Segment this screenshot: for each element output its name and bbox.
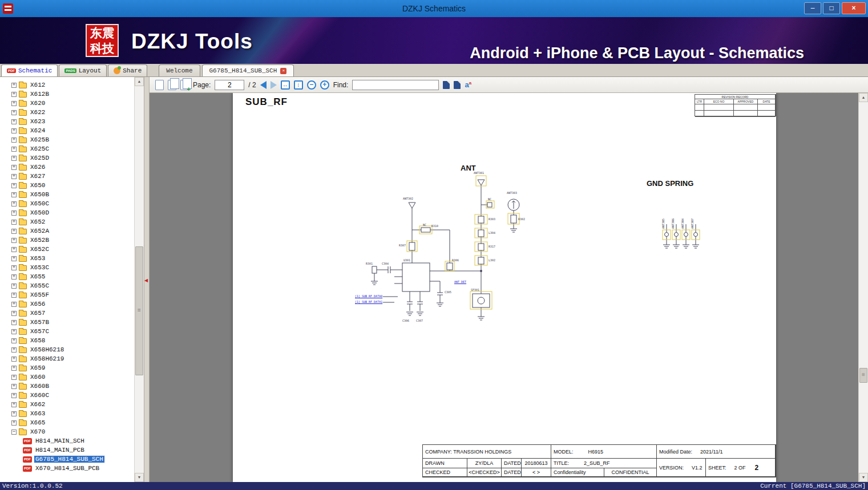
scroll-up-icon[interactable]: ▲	[135, 77, 144, 86]
tree-item-x670[interactable]: −X670	[0, 427, 134, 436]
tree-item-x612[interactable]: +X612	[0, 80, 134, 90]
find-next-icon[interactable]	[454, 81, 461, 89]
tree-item-x660b[interactable]: +X660B	[0, 382, 134, 391]
tree-item-x620[interactable]: +X620	[0, 99, 134, 108]
tree-item-x650[interactable]: +X650	[0, 181, 134, 190]
tree-item-x655[interactable]: +X655	[0, 272, 134, 281]
expand-icon[interactable]: +	[11, 92, 17, 97]
expand-icon[interactable]: +	[11, 229, 17, 234]
tree-item-x659[interactable]: +X659	[0, 363, 134, 372]
expand-icon[interactable]: +	[11, 210, 17, 216]
expand-icon[interactable]: +	[11, 101, 17, 106]
expand-icon[interactable]: +	[11, 329, 17, 334]
text-size-icon[interactable]: aa	[465, 80, 471, 89]
expand-icon[interactable]: +	[11, 393, 17, 398]
expand-icon[interactable]: +	[11, 357, 17, 362]
expand-icon[interactable]: +	[11, 338, 17, 343]
tree-item-x653[interactable]: +X653	[0, 254, 134, 263]
tree-item-x658h6219[interactable]: +X658H6219	[0, 354, 134, 363]
collapse-icon[interactable]: −	[11, 430, 17, 435]
maximize-button[interactable]: □	[823, 2, 840, 14]
scrollbar-thumb[interactable]	[135, 246, 143, 375]
tree-item-x627[interactable]: +X627	[0, 172, 134, 181]
copy-page-icon[interactable]	[155, 80, 164, 90]
expand-icon[interactable]: +	[11, 402, 17, 407]
scroll-up-icon[interactable]: ▲	[859, 93, 868, 102]
tree-item-x652c[interactable]: +X652C	[0, 245, 134, 254]
expand-icon[interactable]: +	[11, 420, 17, 426]
net-link-label[interactable]: [1] SUB_RF_DATA1	[355, 300, 382, 303]
expand-icon[interactable]: +	[11, 201, 17, 206]
tree-item-g6785_h814_sub_sch[interactable]: PDFG6785_H814_SUB_SCH	[0, 455, 134, 464]
tree-item-x657c[interactable]: +X657C	[0, 327, 134, 336]
document-viewport[interactable]: SUB_RF REVISION RECORD LTR ECO NO APPROV…	[150, 93, 868, 482]
expand-icon[interactable]: +	[11, 256, 17, 261]
tree-item-x656[interactable]: +X656	[0, 299, 134, 309]
tree-item-x655c[interactable]: +X655C	[0, 281, 134, 290]
expand-icon[interactable]: +	[11, 220, 17, 225]
expand-icon[interactable]: +	[11, 192, 17, 197]
tree-item-x657b[interactable]: +X657B	[0, 318, 134, 327]
tab-schematic[interactable]: PDF Schematic	[1, 64, 58, 76]
tree-item-x665[interactable]: +X665	[0, 418, 134, 427]
multi-page-icon[interactable]	[168, 80, 176, 90]
tree-item-x650c[interactable]: +X650C	[0, 199, 134, 208]
expand-icon[interactable]: +	[11, 293, 17, 298]
expand-icon[interactable]: +	[11, 137, 17, 143]
tree-item-x652a[interactable]: +X652A	[0, 226, 134, 236]
expand-icon[interactable]: +	[11, 375, 17, 380]
tree-item-x650b[interactable]: +X650B	[0, 190, 134, 199]
expand-icon[interactable]: +	[11, 147, 17, 152]
tree-item-h814_main_pcb[interactable]: PDFH814_MAIN_PCB	[0, 446, 134, 455]
doc-tab-welcome[interactable]: Welcome	[159, 64, 200, 76]
tree-item-x625b[interactable]: +X625B	[0, 135, 134, 144]
expand-icon[interactable]: +	[11, 119, 17, 124]
expand-icon[interactable]: +	[11, 83, 17, 88]
tree-item-x670_h814_sub_pcb[interactable]: PDFX670_H814_SUB_PCB	[0, 464, 134, 473]
tree-item-x655f[interactable]: +X655F	[0, 290, 134, 299]
zoom-out-icon[interactable]: −	[307, 80, 316, 90]
tree-item-x625d[interactable]: +X625D	[0, 153, 134, 163]
expand-icon[interactable]: +	[11, 320, 17, 325]
tree-item-x624[interactable]: +X624	[0, 126, 134, 135]
tree-item-x658[interactable]: +X658	[0, 336, 134, 345]
expand-icon[interactable]: +	[11, 110, 17, 115]
expand-icon[interactable]: +	[11, 247, 17, 252]
tree-item-x660c[interactable]: +X660C	[0, 391, 134, 400]
tree-item-x652[interactable]: +X652	[0, 217, 134, 226]
net-link-label[interactable]: ANT_DET	[454, 280, 466, 284]
sidebar-scrollbar[interactable]: ▲ ▼	[134, 77, 144, 482]
close-tab-icon[interactable]: ×	[280, 68, 286, 74]
next-page-button[interactable]	[271, 81, 277, 89]
scrollbar-thumb[interactable]	[859, 368, 867, 383]
net-link-label[interactable]: [1] SUB_RF_DATA0	[355, 294, 382, 298]
tab-layout[interactable]: PADS Layout	[59, 64, 107, 76]
collapse-panel-icon[interactable]: ◀	[144, 278, 148, 283]
previous-page-button[interactable]	[260, 81, 267, 89]
tree-item-x660[interactable]: +X660	[0, 372, 134, 382]
expand-icon[interactable]: +	[11, 183, 17, 188]
expand-icon[interactable]: +	[11, 128, 17, 133]
close-button[interactable]: ×	[842, 2, 866, 14]
expand-icon[interactable]: +	[11, 265, 17, 270]
fit-page-icon[interactable]: ↕	[294, 80, 303, 90]
tree-item-x650d[interactable]: +X650D	[0, 208, 134, 217]
expand-icon[interactable]: +	[11, 302, 17, 307]
tree-item-x657[interactable]: +X657	[0, 309, 134, 318]
zoom-in-icon[interactable]: +	[320, 80, 329, 90]
add-page-icon[interactable]	[180, 80, 189, 90]
doc-tab-g6785-h814-sub-sch[interactable]: G6785_H814_SUB_SCH ×	[202, 64, 294, 76]
expand-icon[interactable]: +	[11, 311, 17, 316]
expand-icon[interactable]: +	[11, 165, 17, 170]
expand-icon[interactable]: +	[11, 411, 17, 416]
fit-width-icon[interactable]: ↔	[281, 80, 290, 90]
scroll-down-icon[interactable]: ▼	[135, 473, 144, 482]
tree-item-x663[interactable]: +X663	[0, 409, 134, 418]
tree-item-x623[interactable]: +X623	[0, 117, 134, 126]
expand-icon[interactable]: +	[11, 284, 17, 289]
expand-icon[interactable]: +	[11, 156, 17, 161]
page-input[interactable]	[215, 80, 244, 90]
tree-item-x653c[interactable]: +X653C	[0, 263, 134, 272]
find-input[interactable]	[352, 80, 439, 90]
tree-item-x662[interactable]: +X662	[0, 400, 134, 409]
